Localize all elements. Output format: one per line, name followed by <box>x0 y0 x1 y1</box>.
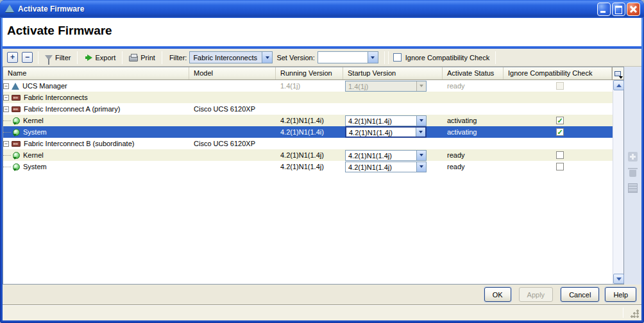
column-header-running-version[interactable]: Running Version <box>276 67 343 79</box>
startup-version-dropdown[interactable]: 4.2(1)N1(1.4j) <box>345 150 427 161</box>
chevron-down-icon[interactable] <box>416 162 426 172</box>
tree-expander[interactable]: − <box>3 83 9 89</box>
page-title: Activate Firmware <box>3 18 641 38</box>
ignore-compat-row-checkbox <box>556 82 564 90</box>
ignore-compat-row-checkbox[interactable]: ✓ <box>556 128 564 136</box>
filter-button[interactable]: Filter <box>42 53 74 63</box>
ok-button[interactable]: OK <box>484 287 511 302</box>
print-button[interactable]: Print <box>126 53 158 63</box>
tree-branch-line <box>3 155 11 156</box>
close-button[interactable] <box>627 3 640 16</box>
table-body: − UCS Manager 1.4(1j) 1.4(1j) ready <box>3 80 613 284</box>
ignore-compat-row-checkbox[interactable]: ✓ <box>556 117 564 124</box>
window-titlebar[interactable]: Activate Firmware <box>0 0 644 18</box>
set-version-value <box>318 52 368 63</box>
column-header-activate-status[interactable]: Activate Status <box>443 67 504 79</box>
vertical-scrollbar[interactable] <box>613 80 623 284</box>
row-name: Fabric Interconnect B (subordinate) <box>24 140 134 147</box>
chevron-down-icon[interactable] <box>368 52 378 63</box>
table-row[interactable]: − UCS Manager 1.4(1j) 1.4(1j) ready <box>3 80 613 92</box>
chevron-down-icon[interactable] <box>416 151 426 160</box>
toolbar-separator <box>388 51 389 64</box>
row-activate-status: ready <box>443 151 504 159</box>
chevron-down-icon[interactable] <box>416 116 426 126</box>
print-icon <box>129 56 138 62</box>
row-running-version: 4.2(1)N1(1.4j) <box>276 163 343 170</box>
table-row[interactable]: − Fabric Interconnects <box>3 92 613 103</box>
resize-grip[interactable] <box>631 310 639 318</box>
table-header: Name Model Running Version Startup Versi… <box>3 67 623 80</box>
row-activate-status: activating <box>443 117 504 124</box>
table-side-toolbar <box>624 67 641 285</box>
ucs-triangle-icon <box>5 4 14 12</box>
firmware-table: Name Model Running Version Startup Versi… <box>3 67 624 285</box>
table-row[interactable]: Kernel 4.2(1)N1(1.4i) 4.2(1)N1(1.4j) act… <box>3 115 613 126</box>
table-row[interactable]: System 4.2(1)N1(1.4j) 4.2(1)N1(1.4j) rea… <box>3 161 613 172</box>
tree-branch-line <box>3 120 11 121</box>
row-name: Kernel <box>23 117 44 124</box>
status-bar-separator <box>623 308 623 318</box>
startup-version-dropdown-focused[interactable]: 4.2(1)N1(1.4j) <box>345 126 427 138</box>
startup-version-dropdown[interactable]: 1.4(1j) <box>345 81 427 92</box>
table-customize-icon <box>614 71 621 76</box>
chevron-down-icon[interactable] <box>416 128 425 137</box>
table-row[interactable]: − Fabric Interconnect B (subordinate) Ci… <box>3 138 613 149</box>
export-icon <box>87 54 92 61</box>
startup-version-dropdown[interactable]: 4.2(1)N1(1.4j) <box>345 162 427 172</box>
chevron-down-icon[interactable] <box>416 81 426 91</box>
row-running-version: 4.2(1)N1(1.4i) <box>276 117 343 124</box>
tree-expander[interactable]: − <box>3 141 9 147</box>
ignore-compat-row-checkbox[interactable] <box>556 151 564 159</box>
column-header-tools <box>612 67 623 79</box>
export-button[interactable]: Export <box>81 53 119 63</box>
status-bar <box>3 304 641 320</box>
table-row[interactable]: Kernel 4.2(1)N1(1.4j) 4.2(1)N1(1.4j) rea… <box>3 149 613 161</box>
chevron-down-icon[interactable] <box>262 52 272 63</box>
dialog-header: Activate Firmware <box>3 18 641 46</box>
column-header-model[interactable]: Model <box>189 67 276 79</box>
window-title: Activate Firmware <box>18 4 596 13</box>
tree-expander[interactable]: − <box>3 106 9 112</box>
tree-branch-line <box>3 132 11 133</box>
delete-icon[interactable] <box>628 167 638 177</box>
filter-combobox-value: Fabric Interconnects <box>190 52 262 63</box>
collapse-all-button[interactable]: − <box>22 52 33 63</box>
customize-columns-button[interactable] <box>612 67 623 79</box>
row-activate-status: ready <box>443 163 504 170</box>
row-name: Kernel <box>23 151 44 159</box>
column-header-name[interactable]: Name <box>3 67 189 79</box>
filter-combobox[interactable]: Fabric Interconnects <box>189 51 273 63</box>
add-icon[interactable] <box>628 152 638 162</box>
tree-branch-line <box>3 167 11 167</box>
fabric-interconnect-icon <box>12 106 21 112</box>
activate-firmware-window: Activate Firmware Activate Firmware + − … <box>0 0 644 323</box>
table-row-selected[interactable]: System 4.2(1)N1(1.4i) 4.2(1)N1(1.4j) act… <box>3 126 613 138</box>
tree-expander[interactable]: − <box>3 95 9 101</box>
scroll-up-button[interactable] <box>613 80 624 90</box>
row-name: Fabric Interconnect A (primary) <box>24 105 120 113</box>
firmware-image-icon <box>13 117 20 124</box>
startup-version-dropdown[interactable]: 4.2(1)N1(1.4j) <box>345 115 427 126</box>
row-model: Cisco UCS 6120XP <box>189 105 276 113</box>
minimize-button[interactable] <box>597 3 611 16</box>
row-running-version: 4.2(1)N1(1.4j) <box>276 151 343 159</box>
row-running-version: 4.2(1)N1(1.4i) <box>276 128 343 136</box>
ignore-compatibility-checkbox[interactable] <box>393 53 402 62</box>
row-model: Cisco UCS 6120XP <box>189 140 276 147</box>
copy-icon[interactable] <box>628 183 638 193</box>
ignore-compat-row-checkbox[interactable] <box>556 163 564 170</box>
row-running-version: 1.4(1j) <box>276 82 343 90</box>
table-row[interactable]: − Fabric Interconnect A (primary) Cisco … <box>3 103 613 115</box>
firmware-image-icon <box>13 152 20 159</box>
apply-button[interactable]: Apply <box>519 287 554 302</box>
cancel-button[interactable]: Cancel <box>561 287 599 302</box>
maximize-button[interactable] <box>612 3 625 16</box>
scroll-down-button[interactable] <box>613 274 624 284</box>
help-button[interactable]: Help <box>605 287 636 302</box>
column-header-startup-version[interactable]: Startup Version <box>343 67 443 79</box>
fabric-interconnect-icon <box>12 95 21 101</box>
column-header-ignore-compat[interactable]: Ignore Compatibility Check <box>504 67 612 79</box>
expand-all-button[interactable]: + <box>7 52 18 63</box>
filter-icon <box>45 55 53 60</box>
set-version-combobox[interactable] <box>318 51 378 63</box>
